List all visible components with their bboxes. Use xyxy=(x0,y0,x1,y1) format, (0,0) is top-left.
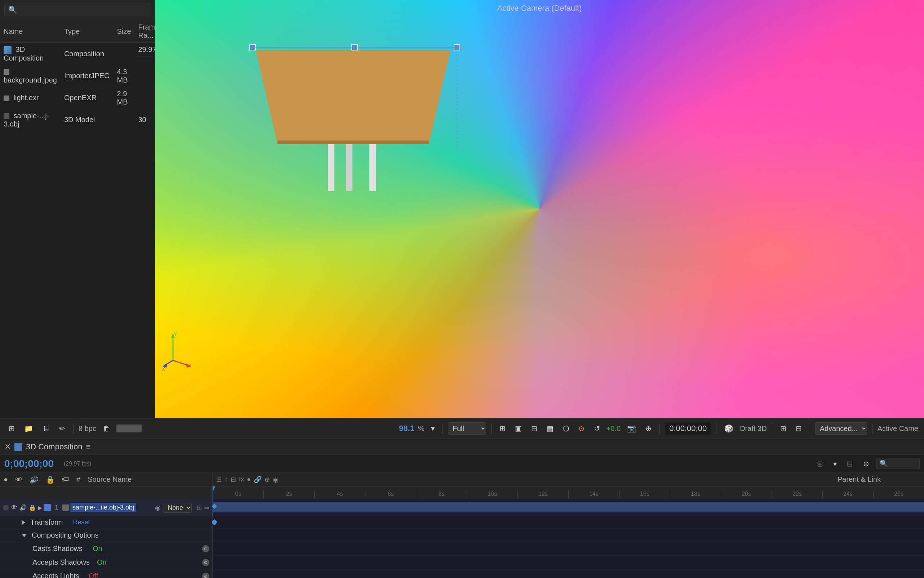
comp-tab-close-btn[interactable]: ✕ xyxy=(4,442,11,451)
comp-options-track xyxy=(213,529,924,542)
quality-select[interactable]: Full Half Quarter xyxy=(448,422,486,435)
renderer-icon-btn[interactable]: 🎲 xyxy=(721,423,736,434)
accepts-lights-label: Accepts Lights xyxy=(32,572,79,578)
time-ruler: 0s 2s 4s 6s 8s 10s 12s 14s 16s 18s 20s 2… xyxy=(0,487,924,500)
toolbar-strip: ⊞ 📁 🖥 ✏ 8 bpc 🗑 98.1 % ▾ Full Half Quart… xyxy=(0,418,924,439)
layer-audio-btn[interactable]: 🔊 xyxy=(19,504,27,511)
file-size xyxy=(114,43,135,65)
svg-rect-1 xyxy=(346,144,352,191)
tl-col-tag: 🏷 xyxy=(62,475,69,484)
comp-tab-bar: ✕ 3D Composition ≡ xyxy=(0,439,924,455)
tl-col-name: Source Name xyxy=(88,475,132,484)
table-row[interactable]: background.jpeg ImporterJPEG 4.3 MB xyxy=(0,65,168,87)
layer-track-1[interactable] xyxy=(213,500,924,516)
comp-options-expand-arrow[interactable] xyxy=(22,534,27,537)
tl-col-audio: 🔊 xyxy=(29,475,39,484)
tool-btn-2[interactable]: 🖥 xyxy=(40,423,53,434)
safe-zones-btn[interactable]: ▣ xyxy=(512,423,525,434)
layer-expand-btn[interactable]: ▶ xyxy=(38,505,42,511)
time-ruler-marks[interactable]: 0s 2s 4s 6s 8s 10s 12s 14s 16s 18s 20s 2… xyxy=(213,487,924,500)
viewport-title: Active Camera (Default) xyxy=(497,3,582,13)
ruler-mark: 2s xyxy=(263,491,314,498)
layer-solo-btn[interactable] xyxy=(3,505,9,511)
camera2-btn[interactable]: ⊕ xyxy=(643,423,654,434)
layer-3d-icon: ⊞ xyxy=(196,504,202,512)
camera-btn[interactable]: 📷 xyxy=(624,423,639,434)
timeline-controls: 0;00;00;00 (29.97 fps) ⊞ ▾ ⊟ ⊕ xyxy=(0,455,924,473)
tl-col-solo: ● xyxy=(3,475,8,484)
ruler-mark: 14s xyxy=(568,491,619,498)
timeline-timecode[interactable]: 0;00;00;00 xyxy=(4,458,54,469)
comp-tab-name: 3D Composition xyxy=(26,442,83,451)
col-name[interactable]: Name xyxy=(0,20,60,43)
zoom-value: 98.1 xyxy=(399,424,414,433)
tl-ctrl-2[interactable]: ▾ xyxy=(830,458,840,469)
file-size: 4.3 MB xyxy=(114,65,135,87)
ruler-mark: 8s xyxy=(416,491,467,498)
transform-expand-arrow[interactable] xyxy=(22,520,25,525)
transform-track xyxy=(213,516,924,529)
toolbar-separator-1 xyxy=(73,423,73,434)
svg-text:Y: Y xyxy=(174,331,177,337)
3d-btn[interactable]: ⬡ xyxy=(560,423,572,434)
active-camera-label: Active Came xyxy=(877,424,918,433)
layer-eye-btn[interactable]: 👁 xyxy=(11,504,17,511)
accepts-lights-icon[interactable]: ⊙ xyxy=(202,573,209,578)
tl-col-lock: 🔒 xyxy=(46,475,55,484)
layer-parent-select-1[interactable]: None xyxy=(164,503,192,513)
toolbar-separator-8 xyxy=(872,423,872,434)
toolbar-separator-7 xyxy=(810,423,810,434)
transform-reset-btn[interactable]: Reset xyxy=(73,518,90,526)
tl-ctrl-4[interactable]: ⊕ xyxy=(860,458,872,469)
casts-shadows-value[interactable]: On xyxy=(93,544,102,553)
accepts-shadows-value[interactable]: On xyxy=(97,558,107,567)
ruler-mark: 0s xyxy=(213,491,263,498)
table-row[interactable]: light.exr OpenEXR 2.9 MB xyxy=(0,87,168,109)
ruler-mark: 20s xyxy=(721,491,771,498)
search-input[interactable] xyxy=(4,3,150,16)
tl-col-eye: 👁 xyxy=(15,475,22,484)
comp-icon xyxy=(3,46,11,54)
overlay2-btn[interactable]: ▤ xyxy=(544,423,556,434)
color-swatch[interactable] xyxy=(116,424,141,432)
comp-options-label: Compositing Options xyxy=(32,531,99,539)
accepts-lights-value[interactable]: Off xyxy=(89,572,98,578)
ruler-mark: 10s xyxy=(467,491,518,498)
layout-btn-1[interactable]: ⊞ xyxy=(777,423,789,434)
color-wheel-btn[interactable]: ⊙ xyxy=(575,423,588,434)
prop-casts-shadows: Casts Shadows On ⊙ xyxy=(0,542,924,556)
zoom-dropdown-btn[interactable]: ▾ xyxy=(428,423,437,434)
prop-accepts-lights: Accepts Lights Off ⊙ xyxy=(0,569,924,578)
trash-btn[interactable]: 🗑 xyxy=(100,423,113,434)
file-name: light.exr xyxy=(14,94,39,102)
grid-btn[interactable]: ⊞ xyxy=(497,423,508,434)
comp-tab-menu-btn[interactable]: ≡ xyxy=(86,442,91,451)
tl-ctrl-1[interactable]: ⊞ xyxy=(814,458,826,469)
table-row[interactable]: sample-...j-3.obj 3D Model 30 xyxy=(0,109,168,131)
accepts-lights-track xyxy=(213,569,924,578)
col-size: Size xyxy=(114,20,135,43)
tool-btn-1[interactable]: ⊞ xyxy=(6,423,18,434)
timeline-fps: (29.97 fps) xyxy=(64,461,91,467)
layout-btn-2[interactable]: ⊟ xyxy=(793,423,805,434)
accepts-shadows-icon[interactable]: ⊙ xyxy=(202,559,209,566)
table-row[interactable]: 3D Composition Composition 29.97 xyxy=(0,43,168,65)
folder-btn[interactable]: 📁 xyxy=(21,423,36,434)
layer-lock-btn[interactable]: 🔒 xyxy=(29,504,36,511)
tool-btn-3[interactable]: ✏ xyxy=(56,423,68,434)
layer-parent-icon: ◉ xyxy=(155,504,161,512)
timeline-search[interactable] xyxy=(877,458,920,469)
bpc-display: 8 bpc xyxy=(79,424,96,433)
tl-col-switch-icons: ⊞↕⊟fx●🔗⊕◉ xyxy=(216,476,279,484)
refresh-btn[interactable]: ↺ xyxy=(591,423,603,434)
layer-row-1[interactable]: 👁 🔊 🔒 ▶ 1 sample-...ile.obj-3.obj ⊞ ⇒ ◉ xyxy=(0,500,924,516)
overlay-btn[interactable]: ⊟ xyxy=(528,423,540,434)
timeline-section: ✕ 3D Composition ≡ 0;00;00;00 (29.97 fps… xyxy=(0,439,924,578)
advanced-select[interactable]: Advanced... xyxy=(815,422,867,435)
casts-shadows-icon[interactable]: ⊙ xyxy=(202,545,209,552)
file-type: OpenEXR xyxy=(60,87,114,109)
tl-col-num: # xyxy=(76,475,80,484)
ruler-mark: 24s xyxy=(822,491,873,498)
toolbar-separator-4 xyxy=(659,423,660,434)
tl-ctrl-3[interactable]: ⊟ xyxy=(844,458,856,469)
